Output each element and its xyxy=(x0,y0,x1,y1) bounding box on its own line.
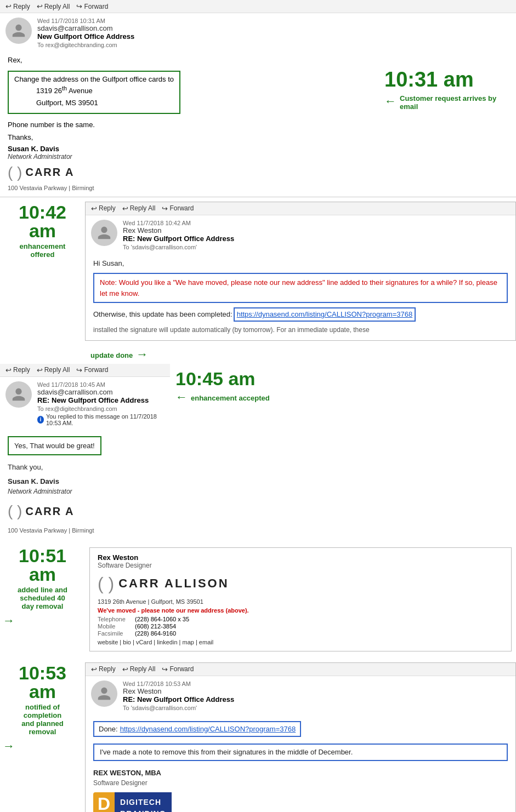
forward-button-2[interactable]: ↪ Forward xyxy=(162,204,194,213)
rex-contact: Telephone (228) 864-1060 x 35 Mobile (60… xyxy=(98,616,503,637)
email-3-subject: RE: New Gulfport Office Address xyxy=(37,396,165,404)
yes-highlight: Yes, That would be great! xyxy=(8,436,101,456)
sig-footer-3: 100 Vestavia Parkway | Birmingt xyxy=(8,526,162,535)
avatar xyxy=(5,18,32,44)
forward-icon-5: ↪ xyxy=(162,665,168,673)
reply-button[interactable]: ↩ Reply xyxy=(5,2,30,10)
email-1: ↩ Reply ↩ Reply All ↪ Forward Wed 11/7/2… xyxy=(0,0,516,197)
email-5-section: 10:53 am notified of completion and plan… xyxy=(0,658,516,812)
done-line: Otherwise, this update has been complete… xyxy=(93,307,508,322)
carr-bracket-3: ( ) xyxy=(8,500,22,523)
address-highlight-box: Change the address on the Gulfport offic… xyxy=(8,71,180,114)
email-5-panel: ↩ Reply ↩ Reply All ↪ Forward xyxy=(85,662,516,812)
annotation-1042-offered: enhancement offered xyxy=(3,242,82,259)
mobile-value: (608) 212-3854 xyxy=(135,623,176,630)
greeting-2: Hi Susan, xyxy=(93,258,508,269)
arrow-left-icon-3: ← xyxy=(175,390,188,404)
telephone-label: Telephone xyxy=(98,616,131,622)
annotation-1031-text: Customer request arrives by email xyxy=(400,94,511,111)
reply-button-5[interactable]: ↩ Reply xyxy=(91,665,116,673)
email-1-body-section: Rex, Change the address on the Gulfport … xyxy=(0,53,516,197)
facsimile-label: Facsimile xyxy=(98,630,131,637)
email-1-sig: Susan K. Davis Network Administrator ( )… xyxy=(8,145,371,191)
telephone-row: Telephone (228) 864-1060 x 35 xyxy=(98,616,503,622)
forward-icon-2: ↪ xyxy=(162,204,168,213)
facsimile-value: (228) 864-9160 xyxy=(135,630,176,637)
reply-button-2[interactable]: ↩ Reply xyxy=(91,204,116,213)
reply-icon-5: ↩ xyxy=(91,665,97,673)
continuation: installed the signature will update auto… xyxy=(93,325,508,335)
link-box: https://dynasend.com/listing/CALLISON?pr… xyxy=(234,307,416,322)
forward-button-5[interactable]: ↪ Forward xyxy=(162,665,194,673)
email-5-subject: RE: New Gulfport Office Address xyxy=(123,695,510,704)
forward-button-3[interactable]: ↪ Forward xyxy=(76,366,108,374)
email-5-sig: REX WESTON, MBA Software Designer D xyxy=(93,768,508,812)
rex-sig-name: REX WESTON, MBA xyxy=(93,768,508,779)
ca-bracket: ( ) xyxy=(98,574,114,594)
carr-name-3: CARR A xyxy=(25,503,74,519)
email-3-body: Yes, That would be great! Thank you, Sus… xyxy=(0,431,170,541)
forward-icon-3: ↪ xyxy=(76,366,82,374)
digitech-logo: D DIGITECH BRANDING xyxy=(93,792,508,812)
annotation-1053: notified of completion and planned remov… xyxy=(3,703,82,736)
email-2-from: Rex Weston xyxy=(123,226,510,235)
mobile-row: Mobile (608) 212-3854 xyxy=(98,623,503,630)
digitech-logo-block: D DIGITECH BRANDING xyxy=(93,792,172,812)
forward-button[interactable]: ↪ Forward xyxy=(76,2,108,10)
phone-note: Phone number is the same. xyxy=(8,121,371,129)
email-3-annotated: ↩ Reply ↩ Reply All ↪ Forward xyxy=(0,364,516,541)
email-5-annotated: 10:53 am notified of completion and plan… xyxy=(0,658,516,812)
digitech-d: D xyxy=(93,792,115,812)
email-2-toolbar: ↩ Reply ↩ Reply All ↪ Forward xyxy=(86,202,515,215)
rex-address: 1319 26th Avenue | Gulfport, MS 39501 xyxy=(98,598,503,605)
email-5-toolbar: ↩ Reply ↩ Reply All ↪ Forward xyxy=(86,663,515,676)
email-2-meta: Wed 11/7/2018 10:42 AM Rex Weston RE: Ne… xyxy=(123,220,510,250)
email-3-to: To rex@digitechbranding.com xyxy=(37,405,165,412)
reply-all-icon-3: ↩ xyxy=(37,366,43,374)
reply-button-3[interactable]: ↩ Reply xyxy=(5,366,30,374)
email-3-sig: Susan K. Davis Network Administrator ( )… xyxy=(8,476,162,535)
reply-all-button-3[interactable]: ↩ Reply All xyxy=(37,366,70,374)
reply-icon: ↩ xyxy=(5,2,12,10)
reply-all-button[interactable]: ↩ Reply All xyxy=(37,2,70,10)
email-2-left-annotation: 10:42 am enhancement offered xyxy=(0,197,85,264)
arrow-right-icon-53: → xyxy=(3,739,15,753)
dynasend-link-2[interactable]: https://dynasend.com/listing/CALLISON?pr… xyxy=(237,310,412,318)
replied-note: i You replied to this message on 11/7/20… xyxy=(37,413,165,426)
reply-all-button-2[interactable]: ↩ Reply All xyxy=(122,204,156,213)
email-2-date: Wed 11/7/2018 10:42 AM xyxy=(123,220,510,226)
email-1-meta: Wed 11/7/2018 10:31 AM sdavis@carralliso… xyxy=(37,18,511,48)
time-1031: 10:31 am xyxy=(384,69,474,90)
note-highlight: Note: Would you like a "We have moved, p… xyxy=(93,273,508,303)
email-5-body: Done: https://dynasend.com/listing/CALLI… xyxy=(86,716,515,812)
ca-text: CARR ALLISON xyxy=(118,576,229,591)
digitech-logo-row: D DIGITECH BRANDING xyxy=(93,792,172,812)
done-highlight: Done: https://dynasend.com/listing/CALLI… xyxy=(93,721,301,737)
sig-footer: 100 Vestavia Parkway | Birmingt xyxy=(8,185,371,191)
dynasend-link-5[interactable]: https://dynasend.com/listing/CALLISON?pr… xyxy=(120,724,296,735)
rex-links: website | bio | vCard | linkedin | map |… xyxy=(98,639,503,645)
rex-sig-panel: Rex Weston Software Designer ( ) CARR AL… xyxy=(89,547,512,651)
email-1-to: To rex@digitechbranding.com xyxy=(37,42,511,48)
sig-title-3: Network Administrator xyxy=(8,487,162,496)
annotation-1031-row: ← Customer request arrives by email xyxy=(384,92,511,111)
email-3-date: Wed 11/7/2018 10:45 AM xyxy=(37,381,165,388)
address-block: 1319 26th Avenue Gulfport, MS 39501 xyxy=(36,83,174,110)
email-5-left-annotation: 10:53 am notified of completion and plan… xyxy=(0,658,85,759)
arrow-right-icon-2: → xyxy=(136,347,148,362)
greeting: Rex, xyxy=(8,56,371,64)
email-1-from: sdavis@carrallison.com xyxy=(37,24,511,32)
email-1-header: Wed 11/7/2018 10:31 AM sdavis@carralliso… xyxy=(0,13,516,53)
reply-all-icon: ↩ xyxy=(37,2,43,10)
email-1-toolbar: ↩ Reply ↩ Reply All ↪ Forward xyxy=(0,0,516,13)
telephone-value: (228) 864-1060 x 35 xyxy=(135,616,189,622)
email-2-header: Wed 11/7/2018 10:42 AM Rex Weston RE: Ne… xyxy=(86,215,515,255)
email-5-from: Rex Weston xyxy=(123,687,510,695)
email-5-meta: Wed 11/7/2018 10:53 AM Rex Weston RE: Ne… xyxy=(123,681,510,711)
rex-sig-content: Rex Weston Software Designer ( ) CARR AL… xyxy=(85,541,516,658)
email-thread: ↩ Reply ↩ Reply All ↪ Forward Wed 11/7/2… xyxy=(0,0,516,812)
reply-all-button-5[interactable]: ↩ Reply All xyxy=(122,665,156,673)
rex-name: Rex Weston xyxy=(98,553,503,562)
annotation-1051: added line and scheduled 40 day removal xyxy=(3,586,82,610)
annotation-1051-arrow: → xyxy=(3,614,82,628)
